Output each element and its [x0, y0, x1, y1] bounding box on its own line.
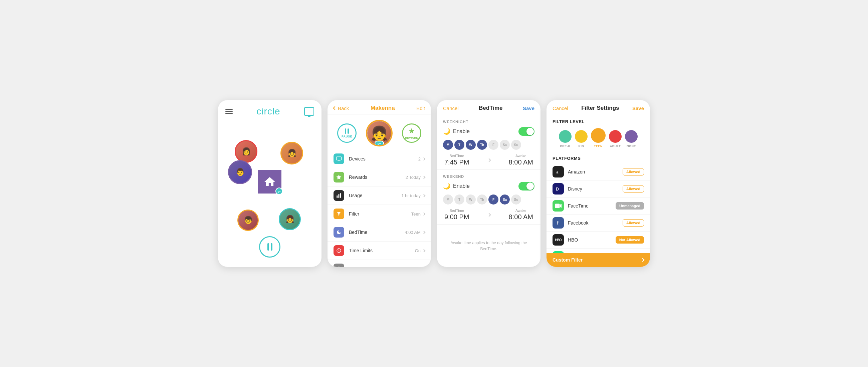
edit-button[interactable]: Edit — [416, 105, 425, 111]
device-icon[interactable] — [304, 107, 314, 116]
weeknight-bedtime-label: BedTime — [444, 154, 469, 158]
filter-header: Cancel Filter Settings Save — [547, 100, 650, 115]
profile-avatar[interactable]: 👧 go — [366, 120, 393, 146]
menu-item-usage[interactable]: Usage 1 hr today — [328, 187, 431, 205]
weeknight-enable-row: 🌙 Enable — [443, 127, 534, 136]
back-label: Back — [338, 105, 349, 111]
usage-chevron — [422, 194, 426, 197]
day-Th[interactable]: Th — [477, 140, 487, 150]
home-bubble[interactable]: go — [258, 170, 281, 194]
offtime-icon — [334, 264, 344, 267]
day-Su[interactable]: Su — [511, 140, 521, 150]
screen-home: circle 👩 👨 👧 go — [218, 100, 321, 267]
platform-facebook: f Facebook Allowed — [547, 214, 650, 232]
profile-reward-button[interactable]: ★ REWARD — [402, 124, 421, 143]
facebook-badge[interactable]: Allowed — [623, 219, 644, 227]
filter-level-section: FILTER LEVEL PRE-K KID TEEN — [547, 115, 650, 152]
weeknight-enable-label: 🌙 Enable — [443, 128, 470, 135]
filter-level-prek[interactable]: PRE-K — [559, 130, 571, 148]
hbo-badge[interactable]: Not Allowed — [616, 236, 644, 243]
facetime-badge[interactable]: Unmanaged — [616, 202, 644, 209]
menu-item-offtime[interactable]: OffTime None today — [328, 260, 431, 267]
amazon-icon: a — [553, 166, 564, 177]
profile-header: Back Makenna Edit — [328, 100, 431, 114]
day-Su-we[interactable]: Su — [511, 195, 521, 204]
weekend-awake-label: Awake — [509, 208, 533, 212]
screen-profile: Back Makenna Edit PAUSE 👧 go ★ REWARD — [328, 100, 431, 267]
menu-item-rewards[interactable]: Rewards 2 Today — [328, 168, 431, 187]
menu-item-filter[interactable]: Filter Teen — [328, 205, 431, 223]
timelimits-chevron — [422, 249, 426, 252]
bedtime-save-button[interactable]: Save — [523, 105, 534, 111]
rewards-value: 2 Today — [406, 175, 421, 180]
back-button[interactable]: Back — [334, 105, 349, 111]
reward-label: REWARD — [405, 136, 418, 139]
devices-value: 2 — [418, 157, 421, 162]
day-M[interactable]: M — [443, 140, 453, 150]
filter-save-button[interactable]: Save — [632, 105, 644, 111]
day-F-we[interactable]: F — [488, 195, 498, 204]
day-F[interactable]: F — [488, 140, 498, 150]
svg-text:f: f — [557, 220, 559, 226]
weekend-toggle[interactable] — [519, 182, 534, 191]
go-badge: go — [275, 188, 283, 195]
filter-level-adult[interactable]: ADULT — [609, 130, 622, 148]
filter-level-kid[interactable]: KID — [575, 130, 588, 148]
svg-text:D: D — [556, 187, 559, 192]
day-Th-we[interactable]: Th — [477, 195, 487, 204]
day-M-we[interactable]: M — [443, 195, 453, 204]
menu-icon[interactable] — [225, 109, 233, 114]
bedtime-cancel-button[interactable]: Cancel — [443, 105, 459, 111]
amazon-name: Amazon — [568, 169, 623, 174]
avatar-sibling1[interactable]: 👧 — [280, 142, 303, 165]
usage-label: Usage — [349, 193, 401, 198]
day-W-we[interactable]: W — [466, 195, 476, 204]
day-T-we[interactable]: T — [454, 195, 464, 204]
adult-circle — [609, 130, 622, 143]
platform-hbo: HBO HBO Not Allowed — [547, 232, 650, 248]
day-W[interactable]: W — [466, 140, 476, 150]
day-Sa-we[interactable]: Sa — [500, 195, 510, 204]
adult-label: ADULT — [610, 144, 621, 148]
filter-level-teen[interactable]: TEEN — [591, 128, 606, 148]
filter-level-none[interactable]: NONE — [625, 130, 638, 148]
bedtime-icon — [334, 227, 344, 238]
weekend-times-chevron[interactable] — [487, 213, 491, 216]
weekend-title: WEEKEND — [443, 174, 534, 178]
menu-item-timelimits[interactable]: Time Limits On — [328, 241, 431, 260]
moon-icon-weekend: 🌙 — [443, 182, 451, 190]
timelimits-value: On — [415, 248, 421, 253]
weekend-bedtime-value: 9:00 PM — [444, 213, 469, 221]
weekend-days: M T W Th F Sa Su — [443, 195, 534, 204]
platform-amazon: a Amazon Allowed — [547, 164, 650, 180]
home-header: circle — [218, 100, 321, 120]
avatar-mom[interactable]: 👩 — [235, 140, 257, 163]
timelimits-icon — [334, 245, 344, 256]
weeknight-bedtime-block: BedTime 7:45 PM — [444, 154, 469, 166]
avatar-child2[interactable]: 👧 — [279, 208, 301, 230]
usage-value: 1 hr today — [401, 193, 421, 198]
custom-filter-label: Custom Filter — [553, 257, 583, 263]
weeknight-toggle[interactable] — [519, 127, 534, 136]
moon-icon: 🌙 — [443, 128, 451, 135]
filter-cancel-button[interactable]: Cancel — [553, 105, 568, 111]
avatar-child1[interactable]: 👦 — [237, 209, 259, 231]
profile-pause-button[interactable]: PAUSE — [337, 124, 356, 143]
weeknight-times-chevron[interactable] — [487, 158, 491, 162]
none-circle — [625, 130, 638, 143]
day-T[interactable]: T — [454, 140, 464, 150]
pause-button[interactable] — [259, 236, 280, 258]
usage-icon — [334, 190, 344, 201]
avatar-dad[interactable]: 👨 — [228, 160, 252, 184]
disney-badge[interactable]: Allowed — [623, 185, 644, 193]
day-Sa[interactable]: Sa — [500, 140, 510, 150]
weeknight-days: M T W Th F Sa Su — [443, 140, 534, 150]
svg-text:a: a — [557, 170, 559, 174]
weeknight-title: WEEKNIGHT — [443, 120, 534, 124]
custom-filter-button[interactable]: Custom Filter — [547, 253, 650, 267]
back-chevron-icon — [333, 106, 337, 110]
menu-item-bedtime[interactable]: BedTime 4:00 AM — [328, 223, 431, 241]
hbo-icon: HBO — [553, 234, 564, 245]
amazon-badge[interactable]: Allowed — [623, 168, 644, 175]
menu-item-devices[interactable]: Devices 2 — [328, 150, 431, 168]
